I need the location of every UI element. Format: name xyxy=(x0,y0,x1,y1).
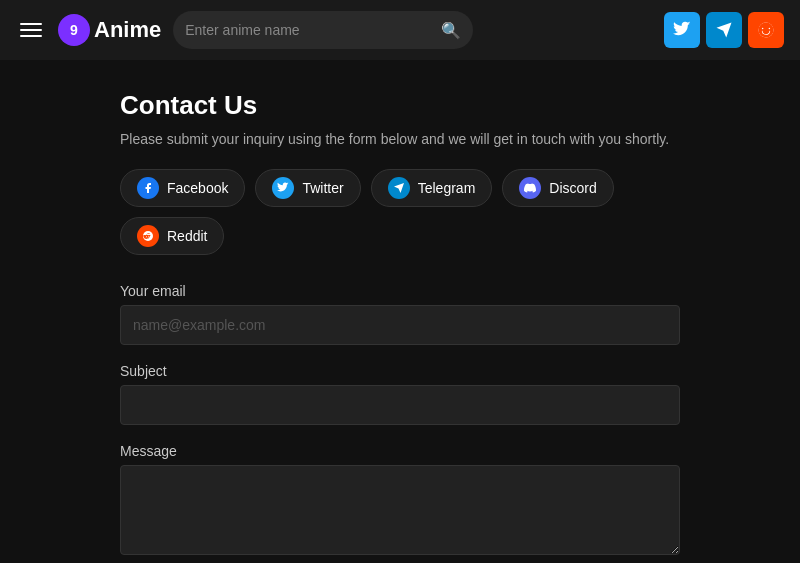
page-title: Contact Us xyxy=(120,90,680,121)
search-bar: 🔍 xyxy=(173,11,473,49)
social-links-row: Facebook Twitter Telegram Discord Reddit xyxy=(120,169,680,255)
message-group: Message xyxy=(120,443,680,559)
email-group: Your email xyxy=(120,283,680,345)
message-input[interactable] xyxy=(120,465,680,555)
subject-label: Subject xyxy=(120,363,680,379)
telegram-label: Telegram xyxy=(418,180,476,196)
facebook-link[interactable]: Facebook xyxy=(120,169,245,207)
email-input[interactable] xyxy=(120,305,680,345)
contact-form: Your email Subject Message Submit xyxy=(120,283,680,563)
header: 9 Anime 🔍 xyxy=(0,0,800,60)
telegram-header-btn[interactable] xyxy=(706,12,742,48)
twitter-header-btn[interactable] xyxy=(664,12,700,48)
reddit-header-btn[interactable] xyxy=(748,12,784,48)
telegram-link[interactable]: Telegram xyxy=(371,169,493,207)
subject-group: Subject xyxy=(120,363,680,425)
email-label: Your email xyxy=(120,283,680,299)
search-icon: 🔍 xyxy=(441,21,461,40)
page-subtitle: Please submit your inquiry using the for… xyxy=(120,131,680,147)
twitter-icon xyxy=(272,177,294,199)
facebook-icon xyxy=(137,177,159,199)
message-label: Message xyxy=(120,443,680,459)
reddit-icon xyxy=(137,225,159,247)
svg-marker-2 xyxy=(394,183,404,193)
logo-text: Anime xyxy=(94,17,161,43)
discord-label: Discord xyxy=(549,180,596,196)
twitter-link[interactable]: Twitter xyxy=(255,169,360,207)
discord-icon xyxy=(519,177,541,199)
reddit-label: Reddit xyxy=(167,228,207,244)
logo[interactable]: 9 Anime xyxy=(58,14,161,46)
twitter-label: Twitter xyxy=(302,180,343,196)
telegram-icon xyxy=(388,177,410,199)
facebook-label: Facebook xyxy=(167,180,228,196)
reddit-link[interactable]: Reddit xyxy=(120,217,224,255)
discord-link[interactable]: Discord xyxy=(502,169,613,207)
search-input[interactable] xyxy=(185,22,441,38)
header-social-buttons xyxy=(664,12,784,48)
subject-input[interactable] xyxy=(120,385,680,425)
logo-icon: 9 xyxy=(58,14,90,46)
hamburger-menu[interactable] xyxy=(16,19,46,41)
main-content: Contact Us Please submit your inquiry us… xyxy=(0,60,800,563)
